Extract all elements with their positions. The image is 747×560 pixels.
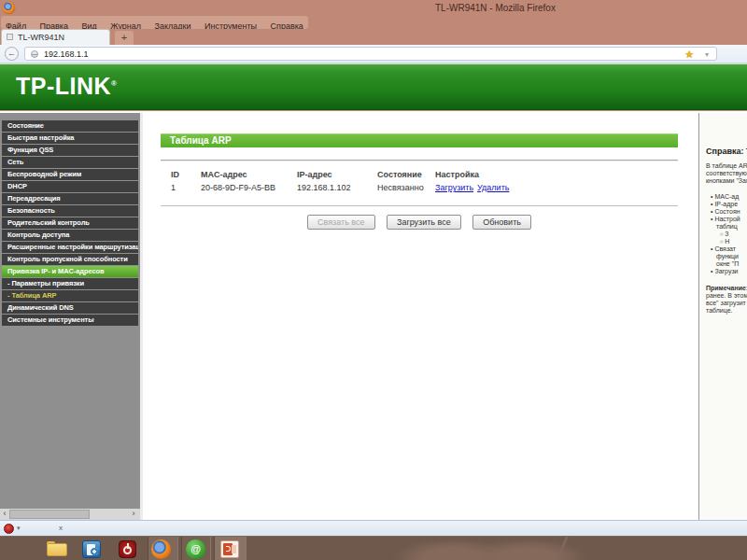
cell-actions: ЗагрузитьУдалить xyxy=(435,181,585,194)
page-viewport: Состояние Быстрая настройка Функция QSS … xyxy=(0,113,747,520)
back-button[interactable]: ← xyxy=(5,47,19,61)
wallpaper-hand xyxy=(467,539,588,560)
menu-group: Файл Правка Вид Журнал Закладки Инструме… xyxy=(1,16,308,29)
help-note-line: Примечание: з xyxy=(706,285,747,292)
menu-bar: Файл Правка Вид Журнал Закладки Инструме… xyxy=(0,16,747,29)
load-all-button[interactable]: Загрузить все xyxy=(387,215,461,230)
sidebar-item-qss[interactable]: Функция QSS xyxy=(2,145,138,156)
help-text-line: В таблице AR xyxy=(706,162,747,170)
firefox-taskbar-icon[interactable] xyxy=(151,539,171,559)
tab-favicon xyxy=(7,34,13,40)
sidebar-item-bandwidth-control[interactable]: Контроль пропускной способности xyxy=(2,254,138,265)
ppt-slide-glyph xyxy=(232,545,236,553)
power-app-icon[interactable] xyxy=(119,540,136,558)
cell-id: 1 xyxy=(171,181,201,194)
help-title: Справка: Т xyxy=(706,147,747,156)
url-dropdown-icon[interactable]: ▾ xyxy=(705,50,709,59)
sidebar-menu: Состояние Быстрая настройка Функция QSS … xyxy=(0,113,140,509)
main-content: Таблица ARP ID MAC-адрес IP-адрес Состоя… xyxy=(143,113,696,520)
addon-bar: ▾ x xyxy=(0,520,747,536)
logo-text: TP-LINK xyxy=(16,73,111,99)
button-row: Связать все Загрузить все Обновить xyxy=(143,212,696,230)
folder-body xyxy=(47,543,67,556)
refresh-button[interactable]: Обновить xyxy=(472,215,531,230)
sidebar-item-network[interactable]: Сеть xyxy=(2,157,138,168)
settings-app-icon[interactable] xyxy=(82,540,101,558)
sidebar-item-status[interactable]: Состояние xyxy=(2,120,138,132)
divider-bottom xyxy=(161,205,678,206)
help-bullet: Связат xyxy=(706,245,747,253)
sidebar-item-system-tools[interactable]: Системные инструменты xyxy=(2,315,138,326)
url-text: 192.168.1.1 xyxy=(44,49,89,59)
sidebar-item-quick-setup[interactable]: Быстрая настройка xyxy=(2,133,138,144)
sidebar-horizontal-scrollbar[interactable]: ‹ › xyxy=(0,509,140,520)
sidebar-item-wireless[interactable]: Беспроводной режим xyxy=(2,169,138,180)
help-bullet: Состоян xyxy=(706,208,747,216)
sidebar-item-binding-settings[interactable]: - Параметры привязки xyxy=(2,278,138,289)
firefox-app-icon[interactable] xyxy=(3,2,15,14)
bookmark-star-icon[interactable]: ★ xyxy=(684,49,694,61)
powerpoint-taskbar-icon[interactable] xyxy=(220,540,239,558)
help-bullet: IP-адре xyxy=(706,201,747,208)
window-title: TL-WR941N - Mozilla Firefox xyxy=(435,3,556,13)
address-bar[interactable]: 192.168.1.1 ★ ▾ xyxy=(24,47,717,61)
divider-top xyxy=(161,160,678,161)
tab-tl-wr941n[interactable]: TL-WR941N xyxy=(1,29,110,45)
scrollbar-thumb[interactable] xyxy=(9,510,90,519)
help-bullet-cont: таблиц xyxy=(706,223,747,231)
help-text-line: кнопками "Загр xyxy=(706,177,747,185)
desktop: TL-WR941N - Mozilla Firefox Файл Правка … xyxy=(0,0,747,560)
scroll-right-icon[interactable]: › xyxy=(129,509,138,520)
explorer-folder-icon[interactable] xyxy=(47,541,67,556)
sidebar-item-advanced-routing[interactable]: Расширенные настройки маршрутизации xyxy=(2,242,138,253)
col-mac: MAC-адрес xyxy=(201,168,297,181)
messenger-at-icon[interactable]: @ xyxy=(186,539,205,559)
taskbar: @ xyxy=(0,536,747,560)
col-id: ID xyxy=(171,168,201,181)
tplink-banner: TP-LINK® xyxy=(0,63,747,110)
scroll-left-icon[interactable]: ‹ xyxy=(0,509,9,520)
table-header-row: ID MAC-адрес IP-адрес Состояние Настройк… xyxy=(171,168,585,181)
sidebar-item-dynamic-dns[interactable]: Динамический DNS xyxy=(2,302,138,314)
table-row: 1 20-68-9D-F9-A5-BB 192.168.1.102 Несвяз… xyxy=(171,181,585,194)
delete-link[interactable]: Удалить xyxy=(477,183,509,192)
gear-glyph xyxy=(91,548,98,555)
new-tab-button[interactable]: + xyxy=(115,31,134,45)
help-note-line: таблице. xyxy=(706,307,747,315)
help-bullet-cont: окне "П xyxy=(706,260,747,268)
load-link[interactable]: Загрузить xyxy=(435,183,473,192)
help-bullet: Настрой xyxy=(706,216,747,223)
cell-mac: 20-68-9D-F9-A5-BB xyxy=(201,181,297,194)
adblock-dropdown-icon[interactable]: ▾ xyxy=(17,525,21,532)
section-header: Таблица ARP xyxy=(161,133,678,147)
help-bullet: MAC-ад xyxy=(706,193,747,201)
sidebar-item-security[interactable]: Безопасность xyxy=(2,205,138,217)
arp-table: ID MAC-адрес IP-адрес Состояние Настройк… xyxy=(171,168,585,194)
logo-reg-mark: ® xyxy=(111,79,117,88)
sidebar-item-parental-control[interactable]: Родительский контроль xyxy=(2,217,138,229)
help-bullet-cont: функци xyxy=(706,253,747,260)
addonbar-close-icon[interactable]: x xyxy=(59,524,63,532)
window-titlebar: TL-WR941N - Mozilla Firefox xyxy=(0,0,747,16)
col-ip: IP-адрес xyxy=(297,168,377,181)
help-panel: Справка: Т В таблице AR соответствующ кн… xyxy=(699,113,747,520)
tplink-logo: TP-LINK® xyxy=(16,73,118,100)
power-bar-glyph xyxy=(127,543,129,549)
cell-status: Несвязанно xyxy=(377,181,435,194)
adblock-icon[interactable] xyxy=(4,524,14,534)
tab-bar: TL-WR941N + xyxy=(0,29,747,45)
site-identity-icon[interactable] xyxy=(31,50,38,58)
bind-all-button[interactable]: Связать все xyxy=(307,215,374,230)
help-sub-bullet: Н xyxy=(706,238,747,245)
sidebar-item-ip-mac-binding[interactable]: Привязка IP- и MAC-адресов xyxy=(2,266,138,277)
help-note-line: все" загрузит т xyxy=(706,300,747,307)
sidebar-item-arp-list[interactable]: - Таблица ARP xyxy=(2,290,138,301)
page-title: Таблица ARP xyxy=(161,134,678,147)
sidebar-item-dhcp[interactable]: DHCP xyxy=(2,181,138,192)
sidebar-item-forwarding[interactable]: Переадресация xyxy=(2,193,138,204)
cell-ip: 192.168.1.102 xyxy=(297,181,377,194)
col-config: Настройка xyxy=(435,168,585,181)
sidebar-item-access-control[interactable]: Контроль доступа xyxy=(2,230,138,241)
navigation-bar: ← 192.168.1.1 ★ ▾ xyxy=(0,45,747,63)
col-status: Состояние xyxy=(377,168,435,181)
